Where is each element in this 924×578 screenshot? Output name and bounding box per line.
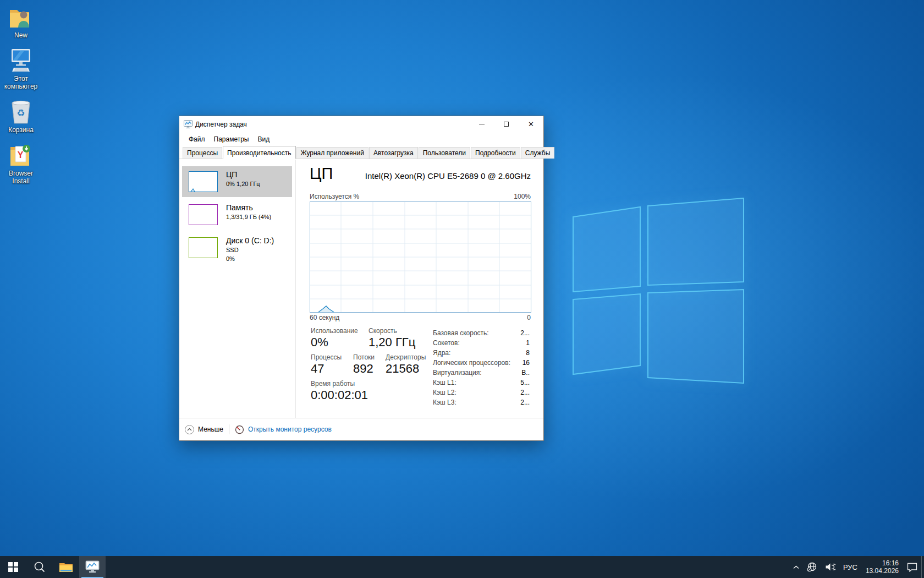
graph-xmin-label: 0	[527, 314, 531, 321]
menu-file[interactable]: Файл	[184, 133, 210, 146]
action-center-button[interactable]	[903, 556, 921, 578]
task-manager-taskbar-button[interactable]	[79, 556, 106, 578]
tab-services[interactable]: Службы	[521, 147, 554, 159]
desktop-icon-list: New Этот компьютер ♻ Корзина	[3, 3, 38, 193]
detail-label: Базовая скорость:	[433, 328, 489, 338]
cpu-panel: ЦП Intel(R) Xeon(R) CPU E5-2689 0 @ 2.60…	[310, 159, 531, 419]
search-button[interactable]	[26, 556, 53, 578]
cpu-usage-graph[interactable]	[310, 201, 531, 313]
tab-processes[interactable]: Процессы	[183, 147, 222, 159]
detail-value: В..	[521, 368, 530, 378]
sidebar-disk-subtitle2: 0%	[226, 255, 274, 263]
sidebar-item-disk0[interactable]: Диск 0 (C: D:) SSD 0%	[182, 232, 292, 263]
desktop-icon-label: New	[3, 31, 38, 39]
globe-no-internet-icon	[807, 562, 817, 572]
footer-divider	[229, 424, 229, 434]
sidebar-item-cpu[interactable]: ЦП 0% 1,20 ГГц	[182, 166, 292, 197]
stat-processes-label: Процессы	[311, 353, 342, 361]
task-manager-icon	[85, 560, 100, 574]
file-explorer-icon	[59, 561, 73, 573]
desktop-icon-this-pc[interactable]: Этот компьютер	[3, 47, 38, 90]
maximize-button[interactable]	[494, 116, 519, 132]
stat-uptime-value: 0:00:02:01	[311, 388, 368, 402]
detail-logical-processors: Логических процессоров:16	[433, 358, 530, 368]
tab-strip: Процессы Производительность Журнал прило…	[179, 146, 543, 159]
recycle-bin-icon: ♻	[3, 98, 38, 124]
close-button[interactable]: ✕	[519, 116, 543, 132]
detail-virtualization: Виртуализация:В..	[433, 368, 530, 378]
search-icon	[34, 561, 46, 573]
disk-thumbnail-graph	[189, 237, 218, 258]
tab-startup[interactable]: Автозагрузка	[369, 147, 418, 159]
task-manager-window: Диспетчер задач ✕ Файл Параметры Вид Про…	[179, 116, 544, 441]
start-button[interactable]	[0, 556, 26, 578]
desktop-icon-label: Этот компьютер	[3, 75, 38, 90]
tray-overflow-button[interactable]	[789, 556, 803, 578]
speaker-icon	[825, 563, 835, 571]
computer-icon	[3, 47, 38, 73]
tab-performance[interactable]: Производительность	[223, 146, 295, 159]
stat-speed-value: 1,20 ГГц	[369, 335, 415, 350]
detail-value: 16	[522, 358, 530, 368]
stat-uptime-label: Время работы	[311, 380, 355, 388]
cpu-details-list: Базовая скорость:2... Сокетов:1 Ядра:8 Л…	[433, 328, 530, 407]
open-resource-monitor-link[interactable]: Открыть монитор ресурсов	[248, 426, 332, 433]
action-center-icon	[907, 563, 917, 572]
sidebar-memory-title: Память	[226, 203, 271, 212]
stat-handles-value: 21568	[386, 362, 419, 376]
sidebar-memory-subtitle: 1,3/31,9 ГБ (4%)	[226, 214, 271, 221]
detail-cache-l1: Кэш L1:5...	[433, 378, 530, 388]
stat-threads-value: 892	[353, 362, 373, 376]
clock[interactable]: 16:16 13.04.2026	[861, 559, 903, 575]
desktop-icon-new-folder[interactable]: New	[3, 3, 38, 39]
graph-xmax-label: 60 секунд	[310, 314, 339, 321]
desktop-icon-label: Browser Install	[3, 170, 38, 185]
menu-view[interactable]: Вид	[253, 133, 274, 146]
sidebar-disk-subtitle: SSD	[226, 247, 274, 254]
sidebar-cpu-title: ЦП	[226, 170, 260, 179]
clock-time: 16:16	[866, 559, 899, 567]
detail-label: Логических процессоров:	[433, 358, 510, 368]
system-tray: РУС 16:16 13.04.2026	[789, 556, 924, 578]
taskbar: РУС 16:16 13.04.2026	[0, 556, 924, 578]
detail-label: Ядра:	[433, 348, 450, 358]
volume-button[interactable]	[821, 556, 839, 578]
desktop-icon-recycle-bin[interactable]: ♻ Корзина	[3, 98, 38, 134]
stat-threads-label: Потоки	[353, 353, 375, 361]
fewer-details-button[interactable]	[185, 425, 194, 434]
user-folder-icon	[3, 3, 38, 30]
sidebar-disk-title: Диск 0 (C: D:)	[226, 236, 274, 245]
windows-start-icon	[8, 562, 18, 572]
show-desktop-button[interactable]	[921, 556, 924, 578]
sidebar-item-memory[interactable]: Память 1,3/31,9 ГБ (4%)	[182, 199, 292, 230]
stat-usage-label: Использование	[311, 327, 358, 335]
desktop-icon-label: Корзина	[3, 126, 38, 134]
detail-value: 2...	[520, 397, 530, 407]
chevron-up-icon	[187, 428, 192, 431]
titlebar[interactable]: Диспетчер задач ✕	[179, 116, 543, 133]
network-status-button[interactable]	[803, 556, 821, 578]
minimize-button[interactable]	[469, 116, 494, 132]
window-title: Диспетчер задач	[195, 121, 247, 128]
detail-cache-l3: Кэш L3:2...	[433, 397, 530, 407]
tab-users[interactable]: Пользователи	[419, 147, 470, 159]
language-indicator[interactable]: РУС	[839, 556, 861, 578]
detail-cache-l2: Кэш L2:2...	[433, 388, 530, 397]
clock-date: 13.04.2026	[866, 567, 899, 575]
detail-sockets: Сокетов:1	[433, 338, 530, 348]
tab-details[interactable]: Подробности	[471, 147, 520, 159]
menu-options[interactable]: Параметры	[210, 133, 254, 146]
memory-thumbnail-graph	[189, 204, 218, 225]
graph-ymax-label: 100%	[514, 193, 531, 200]
detail-label: Кэш L3:	[433, 397, 457, 407]
fewer-details-label[interactable]: Меньше	[198, 426, 223, 433]
detail-label: Кэш L1:	[433, 378, 457, 388]
performance-sidebar: ЦП 0% 1,20 ГГц Память 1,3/31,9 ГБ (4%) Д…	[179, 160, 296, 418]
tab-app-history[interactable]: Журнал приложений	[296, 147, 369, 159]
file-explorer-button[interactable]	[53, 556, 79, 578]
graph-ylabel: Используется %	[310, 193, 359, 200]
maximize-icon	[504, 122, 509, 127]
stat-handles-label: Дескрипторы	[386, 353, 426, 361]
detail-label: Кэш L2:	[433, 388, 457, 397]
desktop-icon-browser-install[interactable]: Y Browser Install	[3, 141, 38, 185]
